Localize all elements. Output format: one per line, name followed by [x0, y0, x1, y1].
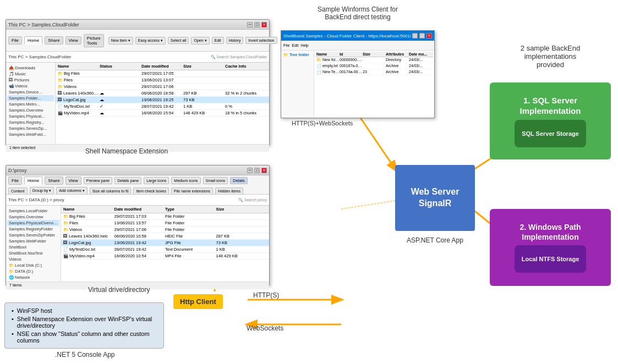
extensions-btn[interactable]: File name extensions	[171, 187, 213, 195]
file-row[interactable]: 🖼 LogoCat.jpg☁13/06/2021 19:2573 KB	[56, 97, 269, 103]
invert-btn[interactable]: Invert selection	[245, 37, 277, 44]
wf-row[interactable]: 📄 New Text Document.txt00174a-0000-... 2…	[315, 69, 433, 75]
tree-folder[interactable]: 📁 Tree folder	[282, 52, 313, 58]
tab-share-1[interactable]: Share	[45, 36, 63, 45]
file-row[interactable]: 📄 MyTestDoc.txt✓28/07/2021 19:421 KB0 %	[56, 103, 269, 110]
websockets-label: WebSockets	[247, 324, 283, 332]
easy-access-btn[interactable]: Easy access ▾	[135, 37, 166, 45]
tab-file-2[interactable]: File	[8, 177, 22, 185]
close-btn-2[interactable]: ✕	[261, 168, 267, 173]
groupby-btn[interactable]: Group by ▾	[30, 187, 54, 195]
sidebar-metro[interactable]: Samples.Metro...	[7, 101, 54, 107]
maximize-btn-2[interactable]: □	[254, 168, 260, 173]
sidebar-net2[interactable]: 🌐 Network	[7, 274, 59, 280]
sql-title-line1: 1. SQL Server	[520, 95, 581, 106]
tab-picture-1[interactable]: Picture Tools	[84, 34, 104, 47]
new-folder-btn[interactable]: New item ▾	[108, 37, 133, 45]
minimize-btn-2[interactable]: ─	[247, 168, 253, 173]
sidebar-overview[interactable]: Samples.Overview	[7, 107, 54, 113]
file-row-2[interactable]: 📄 MyTestDoc.txt28/07/2021 19:42Text Docu…	[61, 246, 269, 253]
winforms-list: Name Id Size Attributes Date mo... 📁 New…	[314, 51, 434, 118]
checkboxes-btn[interactable]: Item check boxes	[133, 187, 168, 195]
wf-row[interactable]: 📁 New folder00000000-0000-0000-...Direct…	[315, 57, 433, 63]
sidebar-d2[interactable]: 📁 DATA (D:)	[7, 268, 59, 274]
details-view-btn[interactable]: Details	[230, 177, 247, 184]
file-row[interactable]: 📁 Videos29/07/2021 17:06	[56, 84, 269, 90]
preview-btn[interactable]: Preview pane	[84, 177, 112, 184]
addcols-btn[interactable]: Add columns ▾	[56, 187, 87, 195]
col-status-1: Status	[100, 64, 141, 69]
file-row[interactable]: 🎬 MyVideo.mp4☁16/06/2020 15:54148 429 KB…	[56, 110, 269, 117]
sidebar-phys2[interactable]: Samples.PhysicalOverview	[7, 220, 59, 226]
sidebar-webfolder[interactable]: Samples.WebFold...	[7, 131, 54, 137]
sidebar-ov2[interactable]: Samples.Overview	[7, 214, 59, 220]
file-list-header-1: Name Status Date modified Size Cache Inf…	[56, 63, 269, 70]
sidebar-local[interactable]: Samples.LocalFolder	[7, 208, 59, 214]
wf-row[interactable]: 📄 empty.txt000167a-0000-...Archive24/03/…	[315, 63, 433, 69]
open-btn[interactable]: Open ▾	[191, 37, 209, 45]
tab-share-2[interactable]: Share	[45, 177, 63, 185]
sidebar-device[interactable]: Samples.Device...	[7, 89, 54, 95]
web-server-label: Web Server SignalR	[411, 186, 460, 209]
medium-icons-btn[interactable]: Medium icons	[171, 177, 200, 184]
tab-view-2[interactable]: View	[65, 177, 81, 185]
tab-view-1[interactable]: View	[65, 36, 81, 45]
tab-home-1[interactable]: Home	[24, 36, 42, 45]
web-server-line2: SignalR	[411, 198, 460, 209]
sidebar-pictures[interactable]: 🖼 Pictures	[7, 77, 54, 83]
close-btn-1[interactable]: ✕	[261, 22, 267, 27]
wf-close[interactable]: ✕	[426, 33, 432, 38]
sidebar-vid2[interactable]: Videos	[7, 256, 59, 262]
sidebar-reg2[interactable]: Samples.RegistryFolder	[7, 226, 59, 232]
explorer-address-2[interactable]: This PC > DATA (D:) > proxy 🔍 Search pro…	[6, 195, 269, 206]
tab-home-2[interactable]: Home	[24, 177, 42, 185]
large-icons-btn[interactable]: Large icons	[144, 177, 169, 184]
file-row-2[interactable]: 🖼 LogoCat.jpg13/06/2021 19:42JPG File73 …	[61, 240, 269, 246]
file-row-2[interactable]: 🖼 Leaves 140x360.heic06/06/2020 10:58HEI…	[61, 233, 269, 240]
maximize-btn-1[interactable]: □	[254, 22, 260, 27]
info-bullet-2: • Shell Namespace Extension over WinFSP'…	[12, 316, 157, 329]
sidebar-physical[interactable]: Samples.Physical...	[7, 113, 54, 119]
sidebar-sevenzip[interactable]: Samples.SevenZip...	[7, 125, 54, 131]
explorer-address-1[interactable]: This PC > Samples.CloudFolder 🔍 Search S…	[6, 52, 269, 63]
winforms-section-label: Sample Winforms Client forBackEnd direct…	[281, 5, 435, 21]
sidebar-music[interactable]: 🎵 Music	[7, 71, 54, 77]
sidebar-seven2[interactable]: Samples.SevenZipFolder	[7, 232, 59, 238]
http-s-label: HTTP(S)	[253, 291, 279, 299]
wf-file-menu[interactable]: File	[283, 43, 289, 47]
wf-edit-menu[interactable]: Edit	[292, 43, 298, 47]
file-list-header-2: Name Date modified Type Size	[61, 206, 269, 213]
file-row-2[interactable]: 📁 Files13/06/2021 13:57File Folder	[61, 220, 269, 227]
wf-help-menu[interactable]: Help	[300, 43, 308, 47]
select-all-btn[interactable]: Select all	[168, 37, 189, 44]
file-row-2[interactable]: 🎬 MyVideo.mp416/06/2020 10:54MP4 File148…	[61, 253, 269, 260]
details-btn[interactable]: Details pane	[114, 177, 141, 184]
wf-min[interactable]: ─	[412, 33, 418, 38]
col-type-2: Type	[165, 207, 216, 212]
file-row[interactable]: 🖼 Leaves 140x360.heic☁06/06/2020 18:5828…	[56, 90, 269, 97]
sidebar-boot2[interactable]: ShellBoot	[7, 244, 59, 250]
file-row[interactable]: 📁 Files13/06/2021 13:07	[56, 77, 269, 84]
file-row-2[interactable]: 📁 Big Files29/07/2021 17:03File Folder	[61, 213, 269, 220]
winforms-title: ShellBoost Samples - Cloud Folder Client…	[283, 34, 411, 38]
sidebar-folder[interactable]: Samples.Folder...	[7, 95, 54, 101]
history-btn[interactable]: History	[226, 37, 244, 44]
wf-max[interactable]: □	[419, 33, 425, 38]
edit-btn[interactable]: Edit	[212, 37, 224, 44]
sidebar-registry[interactable]: Samples.Registry...	[7, 119, 54, 125]
small-icons-btn[interactable]: Small icons	[203, 177, 228, 184]
content-btn[interactable]: Content	[8, 187, 28, 195]
sidebar-downloads[interactable]: 📥 Downloads	[7, 65, 54, 71]
sidebar-web2[interactable]: Samples.WebFolder	[7, 238, 59, 244]
sidebar-c2[interactable]: 📁 Local Disk (C:)	[7, 262, 59, 268]
sidebar-nsa2[interactable]: ShellBoot.NsaTest	[7, 250, 59, 256]
sql-title-line2: Implementation	[520, 106, 581, 117]
tab-file-1[interactable]: File	[8, 36, 22, 45]
sidebar-videos[interactable]: 📹 Videos	[7, 83, 54, 89]
minimize-btn-1[interactable]: ─	[247, 22, 253, 27]
hidden-btn[interactable]: Hidden items	[215, 187, 243, 195]
wf-col-id: Id	[340, 52, 363, 56]
file-row-2[interactable]: 📁 Videos29/07/2021 17:06File Folder	[61, 227, 269, 233]
sizeall-btn[interactable]: Size all columns to fit	[90, 187, 132, 195]
file-row[interactable]: 📁 Big Files29/07/2021 17:05	[56, 70, 269, 77]
